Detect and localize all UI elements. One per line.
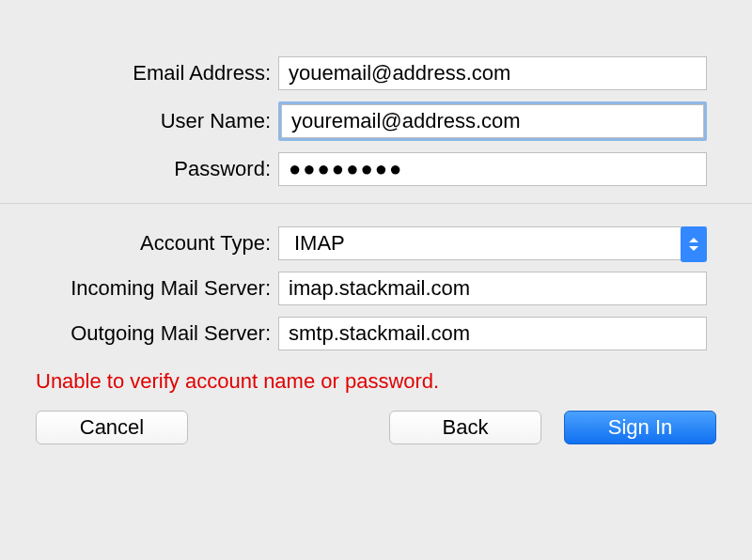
cancel-button[interactable]: Cancel [36,411,188,444]
incoming-server-input[interactable] [278,272,707,305]
account-credentials-section: Email Address: User Name: Password: [0,51,752,192]
server-settings-section: Account Type: IMAP Incoming Mail Server:… [0,221,752,356]
account-type-value: IMAP [279,231,345,256]
account-type-label: Account Type: [0,231,278,256]
outgoing-server-label: Outgoing Mail Server: [0,321,278,346]
username-focus-ring [278,101,707,141]
account-type-select[interactable]: IMAP [278,226,707,260]
email-input[interactable] [278,56,707,90]
back-button[interactable]: Back [389,411,541,444]
mail-account-dialog: Email Address: User Name: Password: Acco… [0,0,752,560]
username-label: User Name: [0,109,278,133]
select-stepper-icon [681,226,707,262]
email-label: Email Address: [0,61,278,86]
dialog-button-row: Cancel Back Sign In [0,394,752,444]
password-input[interactable] [278,152,707,186]
username-input[interactable] [281,104,704,138]
password-label: Password: [0,157,278,181]
incoming-server-label: Incoming Mail Server: [0,276,278,301]
error-message: Unable to verify account name or passwor… [0,356,752,394]
outgoing-server-input[interactable] [278,317,707,350]
section-divider [0,203,752,204]
chevron-up-icon [689,238,698,242]
chevron-down-icon [689,246,698,251]
signin-button[interactable]: Sign In [564,411,716,444]
